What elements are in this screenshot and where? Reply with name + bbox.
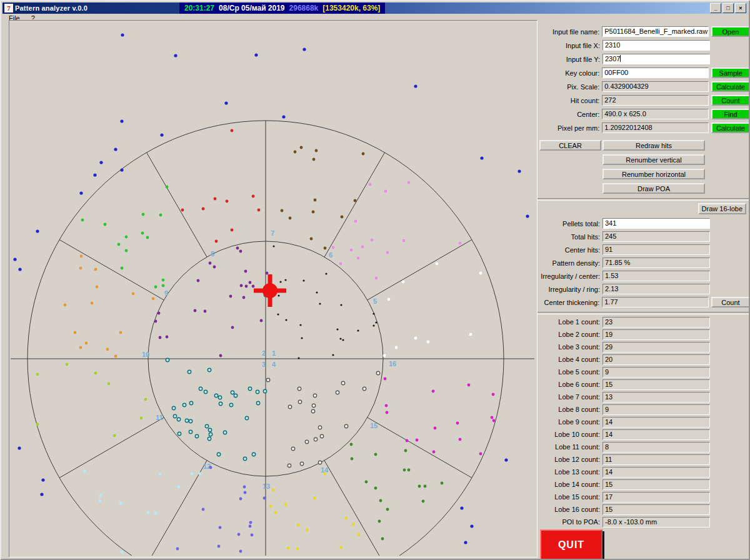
lobe-1-hit	[299, 324, 301, 326]
lobe-13-hit	[238, 533, 241, 536]
lobe-6-count-label: Lobe 6 count:	[538, 381, 602, 388]
lobe-4-hit	[291, 447, 294, 450]
irregularity-center-field: 1.53	[602, 271, 710, 281]
row-irregularity-ring: Irregularity / ring:2.13	[538, 284, 750, 294]
row-lobe-15-count: Lobe 15 count:17	[538, 492, 750, 502]
redraw-hits-button[interactable]: Redraw hits	[602, 140, 705, 151]
draw-poa-button[interactable]: Draw POA	[602, 183, 705, 194]
lobe-16-count-field: 15	[602, 504, 710, 515]
lobe-2-hit	[197, 279, 200, 282]
sector-divider-line	[368, 418, 472, 478]
input-file-y-field[interactable]: 2307	[602, 54, 710, 64]
center-thickening-count-button[interactable]: Count	[711, 297, 750, 308]
lobe-7-hit	[314, 199, 317, 202]
lobe-10-hit	[96, 286, 99, 289]
outside-misse	[174, 54, 177, 57]
title-bar[interactable]: 7 Pattern analyzer v.0.0 20:31:27 08/Ср …	[2, 2, 748, 14]
lobe-1-hit	[285, 319, 287, 321]
key-colour-sample-button[interactable]: Sample	[711, 68, 750, 78]
lobe-16-hit	[416, 439, 419, 442]
clock-date: 08/Ср 05/май 2019	[219, 4, 285, 12]
sector-divider-line	[324, 152, 385, 257]
lobe-6-count-field: 15	[602, 379, 710, 390]
hit-count-count-button[interactable]: Count	[711, 95, 750, 106]
outside-misse	[464, 541, 467, 544]
input-file-name-open-button[interactable]: Open	[711, 26, 750, 37]
lobe-16-count-label: Lobe 16 count:	[538, 506, 602, 513]
lobe-3-count-label: Lobe 3 count:	[538, 343, 602, 351]
lobe-12-hit	[178, 486, 181, 489]
lobe-14-count-label: Lobe 14 count:	[538, 481, 602, 488]
center-find-button[interactable]: Find	[711, 109, 750, 119]
row-pix-scale: Pix. Scale:0.4329004329Calculate	[538, 81, 750, 92]
lobe-1-hit	[336, 328, 338, 330]
sector-label-6: 6	[329, 251, 332, 259]
sector-label-8: 8	[211, 250, 214, 258]
lobe-9-hit	[141, 232, 144, 235]
lobe-3-hit	[172, 406, 175, 409]
sector-label-13: 13	[262, 482, 270, 490]
lobe-16-hit	[468, 384, 471, 387]
outside-misse	[460, 506, 463, 509]
lobe-1-hit	[284, 279, 286, 281]
pixel-per-mm-calculate-button[interactable]: Calculate	[711, 122, 750, 133]
lobe-7-hit	[324, 247, 327, 250]
row-poi-to-poa: POI to POA:-8.0 x -103.0 mm	[538, 517, 750, 527]
lobe-12-hit	[154, 512, 158, 515]
outside-misse	[414, 84, 417, 88]
lobe-15-hit	[424, 485, 427, 488]
lobe-3-hit	[208, 428, 211, 431]
outside-misse	[518, 169, 521, 172]
minimize-button[interactable]: _	[710, 3, 721, 13]
lobe-3-hit	[256, 390, 259, 393]
lobe-5-hit	[395, 346, 398, 349]
lobe-3-hit	[209, 432, 212, 436]
window-controls: _ □ ×	[710, 3, 748, 13]
row-lobe-2-count: Lobe 2 count:19	[538, 329, 750, 339]
pellets-total-field[interactable]: 341	[602, 218, 710, 229]
lobe-3-hit	[217, 452, 220, 456]
lobe-7-hit	[300, 146, 303, 149]
lobe-13-hit	[249, 525, 252, 528]
lobe-1-hit	[375, 321, 377, 323]
pix-scale-calculate-button[interactable]: Calculate	[711, 81, 750, 92]
lobe-9-hit	[146, 236, 149, 239]
lobe-15-hit	[381, 538, 384, 541]
input-file-name-field[interactable]: P5011684_Benelli_F_marked.raw	[602, 26, 709, 37]
clear-button[interactable]: CLEAR	[539, 140, 601, 151]
row-lobe-9-count: Lobe 9 count:14	[538, 417, 750, 427]
outside-misse	[114, 148, 117, 151]
lobe-6-hit	[354, 220, 358, 223]
lobe-3-hit	[219, 402, 222, 405]
lobe-7-hit	[354, 199, 357, 202]
renumber-horizontal-button[interactable]: Renumber horizontal	[602, 169, 705, 179]
clock-time: 20:31:27	[184, 4, 214, 12]
pattern-plot-panel[interactable]: 12345678910111213141516	[9, 20, 538, 558]
lobe-13-hit	[239, 550, 242, 553]
renumber-vertical-button[interactable]: Renumber vertical	[602, 154, 705, 165]
pattern-target-canvas[interactable]: 12345678910111213141516	[9, 21, 536, 556]
center-field: 490.0 x 625.0	[602, 109, 709, 119]
draw-16-lobe-button[interactable]: Draw 16-lobe	[698, 203, 746, 214]
maximize-button[interactable]: □	[722, 3, 734, 13]
lobe-13-count-field: 14	[602, 467, 710, 478]
lobe-15-count-field: 17	[602, 492, 710, 502]
lobe-16-hit	[385, 404, 388, 408]
lobe-5-hit	[383, 354, 386, 358]
input-file-x-field[interactable]: 2310	[602, 40, 710, 51]
close-button[interactable]: ×	[735, 3, 746, 13]
lobe-2-hit	[260, 319, 263, 322]
quit-button[interactable]: QUIT	[540, 529, 602, 560]
lobe-3-hit	[248, 387, 251, 390]
lobe-6-hit	[339, 262, 342, 266]
lobe-3-hit	[263, 389, 266, 392]
row-key-colour: Key colour:00FF00Sample	[538, 68, 750, 78]
sector-divider-line	[147, 152, 208, 257]
key-colour-field[interactable]: 00FF00	[602, 68, 709, 78]
lobe-4-hit	[266, 378, 269, 381]
lobe-12-hit	[199, 472, 202, 476]
lobe-10-hit	[79, 346, 82, 349]
lobe-2-hit	[231, 326, 234, 329]
lobe-12-hit	[83, 470, 86, 473]
lobe-14-count-field: 15	[602, 479, 710, 490]
